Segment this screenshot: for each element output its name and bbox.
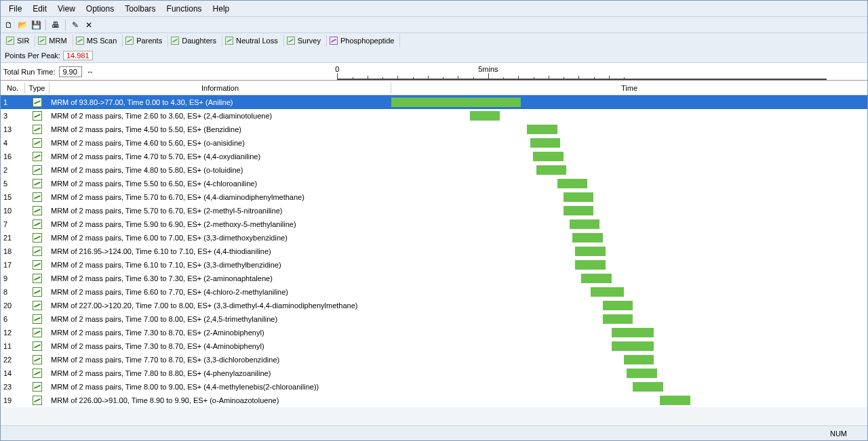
edit-icon[interactable]: ✎: [70, 20, 81, 30]
time-bar[interactable]: [570, 219, 600, 229]
menu-help[interactable]: Help: [208, 3, 235, 15]
menu-view[interactable]: View: [52, 3, 81, 15]
cell-type: [25, 355, 50, 364]
table-row[interactable]: 19MRM of 226.00->91.00, Time 8.90 to 9.9…: [1, 394, 867, 407]
open-icon[interactable]: 📂: [17, 20, 28, 30]
time-bar[interactable]: [612, 328, 654, 337]
time-bar[interactable]: [575, 247, 606, 256]
table-row[interactable]: 22MRM of 2 mass pairs, Time 7.70 to 8.70…: [1, 353, 867, 366]
mode-sir[interactable]: SIR: [3, 35, 35, 47]
total-run-time-value[interactable]: 9.90: [59, 66, 82, 77]
mrm-icon: [33, 341, 42, 351]
cell-time: [391, 366, 867, 380]
time-bar[interactable]: [581, 274, 612, 283]
mode-neutral-loss[interactable]: Neutral Loss: [222, 35, 284, 47]
table-row[interactable]: 23MRM of 2 mass pairs, Time 8.00 to 9.00…: [1, 380, 867, 394]
table-row[interactable]: 6MRM of 2 mass pairs, Time 7.00 to 8.00,…: [1, 312, 867, 326]
table-row[interactable]: 2MRM of 2 mass pairs, Time 4.80 to 5.80,…: [1, 163, 867, 177]
ruler-label-0: 0: [335, 65, 339, 73]
time-bar[interactable]: [533, 152, 564, 161]
mode-phosphopeptide[interactable]: Phosphopeptide: [327, 35, 401, 47]
cell-time: [391, 326, 867, 339]
table-row[interactable]: 12MRM of 2 mass pairs, Time 7.30 to 8.70…: [1, 326, 867, 339]
time-bar[interactable]: [660, 396, 690, 405]
menu-file[interactable]: File: [3, 3, 27, 15]
mode-daughters[interactable]: Daughters: [168, 35, 222, 47]
time-bar[interactable]: [470, 111, 500, 121]
table-row[interactable]: 20MRM of 227.00->120.20, Time 7.00 to 8.…: [1, 299, 867, 312]
total-run-time-label: Total Run Time:: [3, 68, 55, 76]
time-bar[interactable]: [627, 369, 657, 378]
table-row[interactable]: 16MRM of 2 mass pairs, Time 4.70 to 5.70…: [1, 150, 867, 163]
print-icon[interactable]: 🖶: [50, 20, 61, 30]
time-bar[interactable]: [603, 314, 633, 324]
cell-time: [391, 177, 867, 190]
table-row[interactable]: 8MRM of 2 mass pairs, Time 6.60 to 7.70,…: [1, 285, 867, 299]
menu-edit[interactable]: Edit: [27, 3, 52, 15]
table-row[interactable]: 9MRM of 2 mass pairs, Time 6.30 to 7.30,…: [1, 272, 867, 285]
table-row[interactable]: 10MRM of 2 mass pairs, Time 5.70 to 6.70…: [1, 204, 867, 217]
save-icon[interactable]: 💾: [31, 20, 41, 30]
mode-mrm[interactable]: MRM: [35, 35, 73, 47]
separator: [45, 20, 46, 30]
time-bar[interactable]: [591, 287, 624, 297]
cell-no: 14: [1, 369, 25, 377]
time-bar[interactable]: [527, 125, 557, 134]
cell-time: [391, 394, 867, 407]
new-icon[interactable]: 🗋: [3, 20, 14, 30]
cell-no: 23: [1, 383, 25, 391]
table-row[interactable]: 1MRM of 93.80->77.00, Time 0.00 to 4.30,…: [1, 96, 867, 109]
cell-type: [25, 382, 50, 392]
menu-options[interactable]: Options: [81, 3, 119, 15]
table-row[interactable]: 21MRM of 2 mass pairs, Time 6.00 to 7.00…: [1, 231, 867, 245]
menu-toolbars[interactable]: Toolbars: [119, 3, 161, 15]
time-bar[interactable]: [391, 98, 521, 107]
time-bar[interactable]: [633, 382, 663, 392]
table-row[interactable]: 17MRM of 2 mass pairs, Time 6.10 to 7.10…: [1, 258, 867, 272]
cell-time: [391, 96, 867, 109]
points-per-peak-value[interactable]: 14.981: [63, 51, 93, 60]
cell-time: [391, 285, 867, 299]
table-row[interactable]: 3MRM of 2 mass pairs, Time 2.60 to 3.60,…: [1, 109, 867, 123]
header-information[interactable]: Information: [50, 83, 391, 93]
cell-no: 4: [1, 139, 25, 147]
time-bar[interactable]: [624, 355, 654, 364]
time-bar[interactable]: [612, 341, 654, 351]
mrm-icon: [33, 206, 42, 215]
time-bar[interactable]: [530, 138, 561, 148]
header-no[interactable]: No.: [1, 83, 25, 93]
menu-functions[interactable]: Functions: [161, 3, 208, 15]
time-bar[interactable]: [575, 260, 606, 270]
mode-parents[interactable]: Parents: [123, 35, 168, 47]
cell-info: MRM of 2 mass pairs, Time 4.60 to 5.60, …: [50, 139, 391, 147]
time-bar[interactable]: [572, 233, 603, 243]
header-time[interactable]: Time: [391, 83, 867, 93]
mrm-icon: [33, 138, 42, 148]
time-bar[interactable]: [564, 206, 594, 215]
cell-info: MRM of 2 mass pairs, Time 5.70 to 6.70, …: [50, 193, 391, 201]
mode-survey[interactable]: Survey: [284, 35, 327, 47]
time-bar[interactable]: [536, 165, 567, 175]
cell-no: 2: [1, 166, 25, 174]
mode-ms-scan[interactable]: MS Scan: [73, 35, 123, 47]
cell-info: MRM of 2 mass pairs, Time 4.80 to 5.80, …: [50, 166, 391, 174]
ruler-line: [337, 79, 827, 80]
mrm-icon: [33, 233, 42, 243]
table-row[interactable]: 18MRM of 216.95->124.00, Time 6.10 to 7.…: [1, 245, 867, 258]
mode-icon: [287, 37, 295, 45]
time-bar[interactable]: [603, 301, 633, 310]
resize-icon[interactable]: ↔: [86, 68, 95, 76]
header-type[interactable]: Type: [25, 83, 50, 93]
table-row[interactable]: 11MRM of 2 mass pairs, Time 7.30 to 8.70…: [1, 339, 867, 353]
delete-icon[interactable]: ✕: [83, 20, 94, 30]
time-bar[interactable]: [557, 179, 588, 188]
table-row[interactable]: 4MRM of 2 mass pairs, Time 4.60 to 5.60,…: [1, 136, 867, 150]
time-bar[interactable]: [564, 192, 594, 202]
table-row[interactable]: 5MRM of 2 mass pairs, Time 5.50 to 6.50,…: [1, 177, 867, 190]
table-row[interactable]: 13MRM of 2 mass pairs, Time 4.50 to 5.50…: [1, 123, 867, 136]
cell-no: 18: [1, 247, 25, 255]
table-row[interactable]: 14MRM of 2 mass pairs, Time 7.80 to 8.80…: [1, 366, 867, 380]
mode-label: SIR: [17, 37, 29, 45]
table-row[interactable]: 7MRM of 2 mass pairs, Time 5.90 to 6.90,…: [1, 217, 867, 231]
table-row[interactable]: 15MRM of 2 mass pairs, Time 5.70 to 6.70…: [1, 190, 867, 204]
